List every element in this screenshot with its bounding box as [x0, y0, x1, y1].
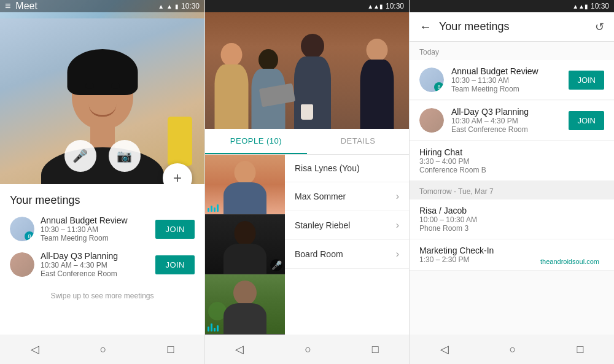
nav-bar-left: ◁ ○ □ [0, 335, 204, 364]
join-button-2[interactable]: JOIN [155, 255, 195, 274]
rs-meeting-name-0: Hiring Chat [419, 147, 604, 157]
right-meeting-item-0[interactable]: 8 Annual Budget Review 10:30 – 11:30 AM … [410, 60, 614, 100]
chevron-icon-1: › [396, 191, 399, 202]
people-videos: 🎤 [205, 155, 285, 335]
meeting-avatar-1: 8 [10, 217, 34, 241]
back-nav-left[interactable]: ◁ [18, 338, 52, 361]
rs-name-tom-1: Marketing Check-In [419, 246, 604, 255]
person-list-item-0[interactable]: Risa Lynes (You) [285, 155, 409, 182]
panel-middle: ▲ ▲ ▮ 10:30 [204, 0, 410, 364]
person-video-1 [205, 155, 285, 215]
person-name-3: Board Room [295, 249, 343, 259]
r-info-1: All-Day Q3 Planning 10:30 AM – 4:30 PM E… [451, 107, 569, 134]
menu-icon[interactable]: ≡ [5, 1, 10, 12]
wifi-icon: ▲ [166, 3, 173, 10]
r-avatar-0: 8 [419, 68, 444, 92]
tabs: PEOPLE (10) DETAILS [205, 129, 409, 155]
meeting-time-2: 10:30 AM – 4:30 PM [41, 261, 155, 269]
panel-left: ≡ Meet ▲ ▲ ▮ 10:30 [0, 0, 204, 364]
back-button-right[interactable]: ← [419, 20, 432, 34]
plus-icon: + [173, 169, 182, 184]
battery-icon-mid: ▮ [379, 3, 383, 10]
nav-bar-middle: ◁ ○ □ [205, 335, 409, 364]
person-list-item-2[interactable]: Stanley Riebel › [285, 211, 409, 240]
meetings-heading: Your meetings [10, 194, 195, 207]
meeting-room-1: Team Meeting Room [41, 234, 155, 242]
r-meeting-room-0: Team Meeting Room [451, 85, 569, 93]
wifi-icon-right: ▲ [578, 3, 585, 10]
camera-view: ≡ Meet ▲ ▲ ▮ 10:30 [0, 0, 204, 184]
meeting-name-1: Annual Budget Review [41, 215, 155, 225]
right-simple-item-tomorrow-1[interactable]: Marketing Check-In 1:30 – 2:30 PM theand… [410, 239, 614, 271]
mute-camera-button[interactable]: 📷 [109, 140, 141, 172]
home-nav-mid[interactable]: ○ [292, 338, 324, 361]
right-meeting-item-1[interactable]: All-Day Q3 Planning 10:30 AM – 4:30 PM E… [410, 101, 614, 141]
camera-off-icon: 📷 [117, 149, 132, 163]
people-list: Risa Lynes (You) Max Sommer › Stanley Ri… [285, 155, 409, 335]
section-tomorrow: Tomorrow - Tue, Mar 7 [410, 181, 614, 199]
join-button-1[interactable]: JOIN [155, 220, 195, 239]
chevron-icon-2: › [396, 220, 399, 231]
right-simple-item-tomorrow-0[interactable]: Risa / Jacob 10:00 – 10:30 AM Phone Room… [410, 199, 614, 239]
right-content: Today 8 Annual Budget Review 10:30 – 11:… [410, 42, 614, 335]
video-bars-3 [208, 323, 219, 331]
nav-bar-right: ◁ ○ □ [410, 335, 614, 364]
home-nav-left[interactable]: ○ [88, 338, 119, 361]
mic-muted-icon: 🎤 [72, 149, 88, 163]
meeting-info-2: All-Day Q3 Planning 10:30 AM – 4:30 PM E… [41, 251, 155, 278]
recents-nav-right[interactable]: □ [565, 338, 596, 361]
status-time-left: 10:30 [181, 2, 200, 10]
r-join-button-1[interactable]: JOIN [569, 111, 604, 130]
meeting-item-1[interactable]: 8 Annual Budget Review 10:30 – 11:30 AM … [10, 215, 195, 242]
rs-meeting-time-0: 3:30 – 4:00 PM [419, 157, 604, 166]
middle-status-bar: ▲ ▲ ▮ 10:30 [205, 0, 409, 12]
person-name-2: Stanley Riebel [295, 220, 350, 230]
rs-time-tom-0: 10:00 – 10:30 AM [419, 215, 604, 224]
person-list-item-3[interactable]: Board Room › [285, 240, 409, 269]
group-photo [205, 12, 409, 129]
right-title: Your meetings [439, 20, 595, 33]
app-title: Meet [15, 1, 37, 12]
tab-people[interactable]: PEOPLE (10) [205, 129, 307, 154]
home-nav-right[interactable]: ○ [497, 338, 529, 361]
tab-details[interactable]: DETAILS [307, 129, 409, 154]
signal-icon: ▲ [158, 3, 164, 10]
meeting-name-2: All-Day Q3 Planning [41, 251, 155, 261]
person-name-1: Max Sommer [295, 192, 346, 201]
meetings-section: Your meetings 8 Annual Budget Review 10:… [0, 184, 204, 335]
wifi-icon-mid: ▲ [373, 3, 379, 10]
status-time-right: 10:30 [591, 2, 609, 10]
person-video-3 [205, 274, 285, 335]
right-status-bar: ▲ ▲ ▮ 10:30 [410, 0, 614, 12]
refresh-button[interactable]: ↺ [595, 20, 604, 34]
battery-icon: ▮ [175, 3, 179, 10]
right-header: ← Your meetings ↺ [410, 12, 614, 42]
signal-icon-mid: ▲ [367, 3, 373, 10]
meeting-time-1: 10:30 – 11:30 AM [41, 225, 155, 234]
signal-icon-right: ▲ [572, 3, 578, 10]
meeting-room-2: East Conference Room [41, 269, 155, 278]
meeting-item-2[interactable]: All-Day Q3 Planning 10:30 AM – 4:30 PM E… [10, 251, 195, 278]
r-avatar-1 [419, 108, 444, 133]
section-today: Today [410, 42, 614, 60]
person-video-2: 🎤 [205, 215, 285, 275]
person-list-item-1[interactable]: Max Sommer › [285, 182, 409, 211]
rs-room-tom-0: Phone Room 3 [419, 224, 604, 233]
right-simple-item-0[interactable]: Hiring Chat 3:30 – 4:00 PM Conference Ro… [410, 141, 614, 181]
r-join-button-0[interactable]: JOIN [569, 71, 604, 90]
chevron-icon-3: › [396, 249, 399, 260]
rs-meeting-room-0: Conference Room B [419, 166, 604, 174]
back-nav-right[interactable]: ◁ [428, 338, 461, 361]
recents-nav-left[interactable]: □ [155, 338, 187, 361]
swipe-hint: Swipe up to see more meetings [10, 287, 195, 305]
battery-icon-right: ▮ [585, 3, 588, 10]
mute-mic-button[interactable]: 🎤 [64, 140, 96, 172]
meeting-avatar-2 [10, 252, 34, 277]
video-bars-1 [208, 204, 219, 212]
panel-right: ▲ ▲ ▮ 10:30 ← Your meetings ↺ Today 8 An… [410, 0, 614, 364]
rs-name-tom-0: Risa / Jacob [419, 206, 604, 215]
back-nav-mid[interactable]: ◁ [223, 338, 256, 361]
watermark: theandroidsoul.com [530, 255, 609, 268]
r-meeting-time-1: 10:30 AM – 4:30 PM [451, 117, 569, 125]
recents-nav-mid[interactable]: □ [360, 338, 391, 361]
